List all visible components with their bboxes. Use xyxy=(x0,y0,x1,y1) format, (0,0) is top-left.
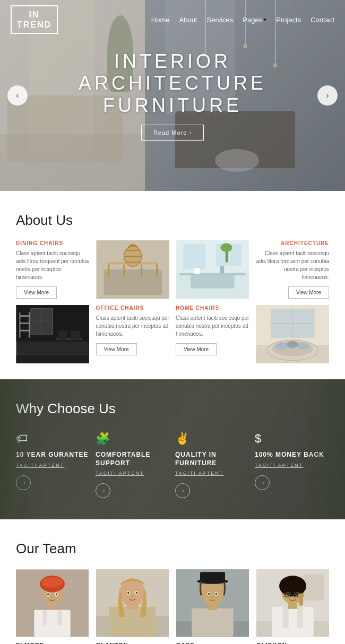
svg-point-67 xyxy=(127,592,129,594)
svg-rect-54 xyxy=(57,610,62,625)
hero-prev-button[interactable]: ‹ xyxy=(7,85,28,106)
architecture-title: ARCHITECTURE xyxy=(256,240,330,246)
member-name-2: BASS xyxy=(176,642,249,644)
home-chairs-title: HOME CHAIRS xyxy=(176,305,249,311)
svg-rect-3 xyxy=(140,262,158,264)
home-chairs-desc: Class aptent taciti sociosqu per conubia… xyxy=(176,314,249,338)
svg-rect-14 xyxy=(183,244,205,269)
why-item-2: ✌ QUALITY IN FURNITURE TACITI APTENT → xyxy=(175,432,249,498)
svg-rect-2 xyxy=(107,262,125,264)
why-item-3: $ 100% MONEY BACK TACITI APTENT → xyxy=(255,432,329,498)
svg-rect-76 xyxy=(200,572,225,582)
nav-services[interactable]: Services xyxy=(206,16,233,24)
svg-point-59 xyxy=(51,596,54,598)
member-name-3: GLICKON xyxy=(256,642,329,644)
support-title: COMFORTABLE SUPPORT xyxy=(96,451,170,467)
guarantee-icon: 🏷 xyxy=(16,432,90,446)
team-member-1: BLANTON Lorem ipsum f t g+ xyxy=(96,569,169,644)
about-img-dark xyxy=(16,305,90,363)
team-section: Our Team xyxy=(0,519,345,644)
svg-rect-52 xyxy=(34,610,71,637)
about-office-chairs: OFFICE CHAIRS Class aptent taciti socios… xyxy=(96,305,170,363)
svg-rect-84 xyxy=(303,575,324,601)
about-dining-chairs: DINING CHAIRS Class aptent taciti socios… xyxy=(16,240,90,299)
nav-home[interactable]: Home xyxy=(151,16,170,24)
svg-point-69 xyxy=(131,596,134,598)
team-photo-elmore xyxy=(16,569,89,638)
svg-rect-72 xyxy=(192,608,233,637)
about-section: About Us DINING CHAIRS Class aptent taci… xyxy=(0,191,345,379)
quality-icon: ✌ xyxy=(175,432,249,446)
guarantee-arrow-button[interactable]: → xyxy=(16,475,31,490)
money-arrow-button[interactable]: → xyxy=(255,475,270,490)
why-grid: 🏷 10 YEAR GURANTEE TACITI APTENT → 🧩 COM… xyxy=(16,432,329,498)
svg-point-58 xyxy=(56,594,57,596)
nav-contact[interactable]: Contact xyxy=(310,16,334,24)
svg-point-50 xyxy=(42,577,63,588)
support-icon: 🧩 xyxy=(96,432,170,446)
svg-rect-19 xyxy=(220,266,224,273)
svg-rect-87 xyxy=(297,607,303,628)
svg-point-90 xyxy=(279,576,306,596)
team-photo-glickon xyxy=(256,569,329,638)
svg-rect-34 xyxy=(71,330,80,340)
svg-rect-16 xyxy=(179,273,245,275)
quality-title: QUALITY IN FURNITURE xyxy=(175,451,249,467)
dining-chairs-btn[interactable]: View More xyxy=(16,286,57,299)
svg-rect-35 xyxy=(16,355,90,364)
architecture-btn[interactable]: View More xyxy=(288,286,329,299)
logo-line2: TREND xyxy=(17,20,51,30)
office-chairs-desc: Class aptent taciti sociosqu per conubia… xyxy=(96,314,170,338)
hero-line2: ARCHITECTURE xyxy=(79,72,266,94)
hero-cta-button[interactable]: Read More › xyxy=(141,125,204,141)
nav-pages[interactable]: Pages ▾ xyxy=(243,16,266,24)
svg-rect-53 xyxy=(43,610,47,625)
support-sub: TACITI APTENT xyxy=(96,471,170,476)
about-img-sofa xyxy=(256,305,330,363)
svg-point-45 xyxy=(287,341,298,348)
site-logo[interactable]: IN TREND xyxy=(11,5,58,34)
svg-point-96 xyxy=(287,593,289,595)
svg-rect-85 xyxy=(272,607,313,637)
svg-point-79 xyxy=(208,593,210,595)
svg-rect-62 xyxy=(109,607,156,637)
team-photo-bass xyxy=(176,569,249,638)
team-member-0: ELMORE Lorem ipsum f t g+ xyxy=(16,569,89,644)
team-photo-blanton xyxy=(96,569,169,638)
money-title: 100% MONEY BACK xyxy=(255,451,329,459)
hero-next-button[interactable]: › xyxy=(317,85,338,106)
svg-rect-33 xyxy=(58,330,67,340)
chevron-down-icon: ▾ xyxy=(264,17,266,22)
svg-rect-18 xyxy=(194,268,200,274)
team-grid: ELMORE Lorem ipsum f t g+ xyxy=(16,569,329,644)
hero-content: INTERIOR ARCHITECTURE FURNITURE Read Mor… xyxy=(79,50,266,141)
home-chairs-btn[interactable]: View More xyxy=(176,343,217,355)
money-icon: $ xyxy=(255,432,329,446)
about-home-chairs: HOME CHAIRS Class aptent taciti sociosqu… xyxy=(176,305,249,363)
office-chairs-btn[interactable]: View More xyxy=(96,343,137,355)
why-section: Why Choose Us 🏷 10 YEAR GURANTEE TACITI … xyxy=(0,379,345,519)
svg-point-57 xyxy=(47,594,49,596)
quality-arrow-button[interactable]: → xyxy=(175,483,190,498)
svg-point-44 xyxy=(275,342,287,350)
architecture-desc: Class aptent taciti sociosqu adis litora… xyxy=(256,249,330,281)
team-member-2: BASS Lorem ipsum f t g+ xyxy=(176,569,249,644)
money-sub: TACITI APTENT xyxy=(255,463,329,468)
nav-projects[interactable]: Projects xyxy=(276,16,301,24)
nav-about[interactable]: About xyxy=(179,16,197,24)
main-nav: Home About Services Pages ▾ Projects Con… xyxy=(151,16,334,24)
about-architecture: ARCHITECTURE Class aptent taciti sociosq… xyxy=(256,240,330,299)
why-item-1: 🧩 COMFORTABLE SUPPORT TACITI APTENT → xyxy=(96,432,170,498)
quality-sub: TACITI APTENT xyxy=(175,471,249,476)
about-title: About Us xyxy=(16,212,329,229)
office-chairs-title: OFFICE CHAIRS xyxy=(96,305,170,311)
dining-chairs-title: DINING CHAIRS xyxy=(16,240,90,246)
hero-line1: INTERIOR xyxy=(114,50,231,72)
member-name-0: ELMORE xyxy=(16,642,89,644)
svg-rect-86 xyxy=(282,607,289,628)
svg-point-46 xyxy=(297,342,309,350)
svg-point-80 xyxy=(215,593,217,595)
support-arrow-button[interactable]: → xyxy=(96,483,110,498)
svg-rect-17 xyxy=(191,275,235,289)
svg-rect-1 xyxy=(104,269,162,295)
